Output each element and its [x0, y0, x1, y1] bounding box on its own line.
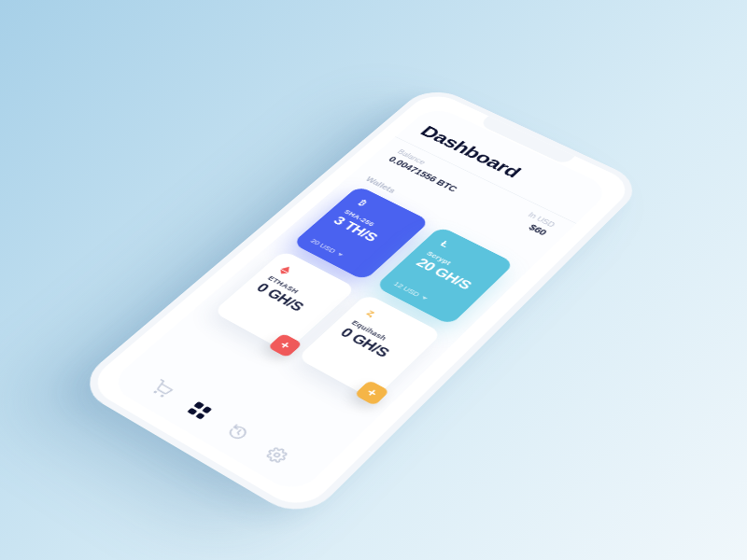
litecoin-icon — [436, 238, 454, 250]
tab-bar — [126, 360, 319, 482]
svg-point-0 — [154, 391, 156, 393]
phone-frame: Dashboard Balance 0.00471556 BTC In USD … — [73, 83, 646, 522]
tab-cart[interactable] — [143, 375, 182, 403]
algo-label: ETHASH — [266, 274, 324, 307]
chevron-down-icon — [336, 252, 343, 257]
apps-icon — [187, 401, 212, 420]
ethereum-icon — [278, 262, 297, 274]
price-value: 12 USD — [392, 280, 421, 298]
tab-history[interactable] — [218, 418, 258, 447]
price-row[interactable]: 12 USD — [392, 280, 452, 313]
cart-icon — [148, 379, 176, 399]
chevron-down-icon — [420, 296, 427, 301]
history-icon — [224, 422, 252, 442]
bitcoin-icon — [354, 197, 372, 209]
svg-point-1 — [161, 395, 162, 397]
add-button[interactable]: + — [267, 333, 303, 358]
zcash-icon — [361, 306, 380, 319]
add-button[interactable]: + — [354, 380, 389, 406]
tab-settings[interactable] — [257, 441, 297, 470]
hashrate-value: 0 GH/S — [336, 326, 403, 367]
tab-dashboard[interactable] — [180, 397, 219, 425]
hashrate-value: 0 GH/S — [252, 281, 317, 320]
svg-point-2 — [274, 453, 281, 458]
price-row[interactable]: 20 USD — [309, 238, 367, 270]
gear-icon — [262, 444, 291, 466]
screen: Dashboard Balance 0.00471556 BTC In USD … — [106, 105, 613, 496]
algo-label: Equihash — [350, 319, 410, 354]
wallet-card-equihash[interactable]: Equihash 0 GH/S + — [297, 294, 443, 400]
price-value: 20 USD — [309, 238, 337, 255]
